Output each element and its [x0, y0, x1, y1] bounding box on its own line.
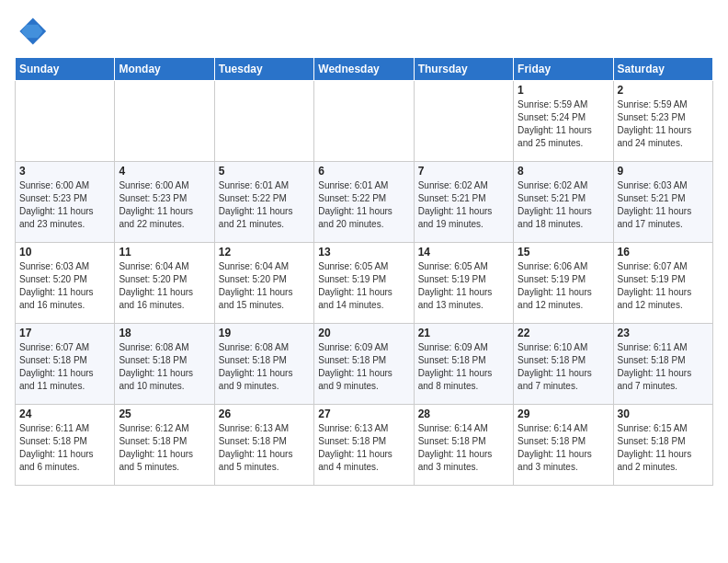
calendar-cell: 7Sunrise: 6:02 AM Sunset: 5:21 PM Daylig…: [414, 162, 513, 243]
calendar-cell: 18Sunrise: 6:08 AM Sunset: 5:18 PM Dayli…: [115, 324, 214, 405]
calendar-cell: [115, 81, 214, 162]
calendar-cell: 29Sunrise: 6:14 AM Sunset: 5:18 PM Dayli…: [514, 405, 613, 486]
day-info: Sunrise: 6:02 AM Sunset: 5:21 PM Dayligh…: [518, 179, 609, 231]
calendar-cell: [314, 81, 414, 162]
day-number: 2: [618, 84, 709, 97]
day-number: 17: [19, 327, 110, 339]
header: [15, 15, 713, 48]
day-number: 1: [518, 84, 609, 97]
calendar-header-tuesday: Tuesday: [214, 58, 313, 81]
calendar-header-saturday: Saturday: [613, 58, 712, 81]
day-number: 21: [418, 327, 509, 339]
calendar-cell: 20Sunrise: 6:09 AM Sunset: 5:18 PM Dayli…: [314, 324, 414, 405]
calendar-cell: 24Sunrise: 6:11 AM Sunset: 5:18 PM Dayli…: [16, 405, 115, 486]
day-number: 18: [119, 327, 210, 339]
day-number: 13: [318, 246, 409, 259]
day-info: Sunrise: 6:07 AM Sunset: 5:19 PM Dayligh…: [618, 260, 709, 312]
day-info: Sunrise: 6:09 AM Sunset: 5:18 PM Dayligh…: [418, 341, 509, 393]
day-info: Sunrise: 6:13 AM Sunset: 5:18 PM Dayligh…: [318, 422, 409, 474]
day-number: 20: [318, 327, 409, 339]
calendar-header-sunday: Sunday: [16, 58, 115, 81]
day-info: Sunrise: 6:10 AM Sunset: 5:18 PM Dayligh…: [518, 341, 609, 393]
day-info: Sunrise: 6:05 AM Sunset: 5:19 PM Dayligh…: [318, 260, 409, 312]
calendar-cell: 30Sunrise: 6:15 AM Sunset: 5:18 PM Dayli…: [613, 405, 712, 486]
calendar-cell: 21Sunrise: 6:09 AM Sunset: 5:18 PM Dayli…: [414, 324, 513, 405]
calendar-cell: 26Sunrise: 6:13 AM Sunset: 5:18 PM Dayli…: [214, 405, 313, 486]
logo-icon: [15, 15, 48, 48]
day-number: 12: [219, 246, 310, 259]
day-info: Sunrise: 6:12 AM Sunset: 5:18 PM Dayligh…: [119, 422, 210, 474]
calendar-cell: 8Sunrise: 6:02 AM Sunset: 5:21 PM Daylig…: [514, 162, 613, 243]
calendar-header-wednesday: Wednesday: [314, 58, 414, 81]
day-info: Sunrise: 6:03 AM Sunset: 5:21 PM Dayligh…: [618, 179, 709, 231]
day-number: 7: [418, 165, 509, 178]
calendar-cell: 13Sunrise: 6:05 AM Sunset: 5:19 PM Dayli…: [314, 243, 414, 324]
day-number: 24: [19, 408, 110, 420]
day-info: Sunrise: 6:00 AM Sunset: 5:23 PM Dayligh…: [19, 179, 110, 231]
day-info: Sunrise: 6:08 AM Sunset: 5:18 PM Dayligh…: [219, 341, 310, 393]
calendar-cell: 16Sunrise: 6:07 AM Sunset: 5:19 PM Dayli…: [613, 243, 712, 324]
day-number: 28: [418, 408, 509, 420]
day-info: Sunrise: 6:01 AM Sunset: 5:22 PM Dayligh…: [219, 179, 310, 231]
calendar-cell: [214, 81, 313, 162]
day-info: Sunrise: 6:11 AM Sunset: 5:18 PM Dayligh…: [19, 422, 110, 474]
page: SundayMondayTuesdayWednesdayThursdayFrid…: [0, 0, 728, 563]
day-info: Sunrise: 6:01 AM Sunset: 5:22 PM Dayligh…: [318, 179, 409, 231]
day-info: Sunrise: 6:14 AM Sunset: 5:18 PM Dayligh…: [518, 422, 609, 474]
day-number: 5: [219, 165, 310, 178]
day-number: 30: [618, 408, 709, 420]
calendar-week-3: 10Sunrise: 6:03 AM Sunset: 5:20 PM Dayli…: [16, 243, 713, 324]
calendar-cell: 17Sunrise: 6:07 AM Sunset: 5:18 PM Dayli…: [16, 324, 115, 405]
day-number: 19: [219, 327, 310, 339]
day-number: 22: [518, 327, 609, 339]
calendar-cell: [16, 81, 115, 162]
day-info: Sunrise: 6:00 AM Sunset: 5:23 PM Dayligh…: [119, 179, 210, 231]
calendar-cell: 22Sunrise: 6:10 AM Sunset: 5:18 PM Dayli…: [514, 324, 613, 405]
calendar-cell: 27Sunrise: 6:13 AM Sunset: 5:18 PM Dayli…: [314, 405, 414, 486]
day-info: Sunrise: 5:59 AM Sunset: 5:23 PM Dayligh…: [618, 98, 709, 150]
calendar-cell: 25Sunrise: 6:12 AM Sunset: 5:18 PM Dayli…: [115, 405, 214, 486]
day-number: 14: [418, 246, 509, 259]
calendar-header-friday: Friday: [514, 58, 613, 81]
calendar-cell: 9Sunrise: 6:03 AM Sunset: 5:21 PM Daylig…: [613, 162, 712, 243]
day-info: Sunrise: 6:02 AM Sunset: 5:21 PM Dayligh…: [418, 179, 509, 231]
day-number: 23: [618, 327, 709, 339]
day-info: Sunrise: 6:13 AM Sunset: 5:18 PM Dayligh…: [219, 422, 310, 474]
day-number: 15: [518, 246, 609, 259]
calendar-cell: 6Sunrise: 6:01 AM Sunset: 5:22 PM Daylig…: [314, 162, 414, 243]
day-info: Sunrise: 6:08 AM Sunset: 5:18 PM Dayligh…: [119, 341, 210, 393]
calendar-cell: 12Sunrise: 6:04 AM Sunset: 5:20 PM Dayli…: [214, 243, 313, 324]
calendar-cell: 10Sunrise: 6:03 AM Sunset: 5:20 PM Dayli…: [16, 243, 115, 324]
calendar-cell: 4Sunrise: 6:00 AM Sunset: 5:23 PM Daylig…: [115, 162, 214, 243]
calendar-cell: 5Sunrise: 6:01 AM Sunset: 5:22 PM Daylig…: [214, 162, 313, 243]
day-info: Sunrise: 6:07 AM Sunset: 5:18 PM Dayligh…: [19, 341, 110, 393]
calendar-cell: 2Sunrise: 5:59 AM Sunset: 5:23 PM Daylig…: [613, 81, 712, 162]
day-info: Sunrise: 5:59 AM Sunset: 5:24 PM Dayligh…: [518, 98, 609, 150]
logo: [15, 15, 51, 48]
calendar: SundayMondayTuesdayWednesdayThursdayFrid…: [15, 57, 713, 486]
day-info: Sunrise: 6:04 AM Sunset: 5:20 PM Dayligh…: [219, 260, 310, 312]
calendar-header-row: SundayMondayTuesdayWednesdayThursdayFrid…: [16, 58, 713, 81]
calendar-cell: 28Sunrise: 6:14 AM Sunset: 5:18 PM Dayli…: [414, 405, 513, 486]
calendar-header-monday: Monday: [115, 58, 214, 81]
day-number: 4: [119, 165, 210, 178]
calendar-cell: 15Sunrise: 6:06 AM Sunset: 5:19 PM Dayli…: [514, 243, 613, 324]
calendar-cell: 1Sunrise: 5:59 AM Sunset: 5:24 PM Daylig…: [514, 81, 613, 162]
day-info: Sunrise: 6:09 AM Sunset: 5:18 PM Dayligh…: [318, 341, 409, 393]
day-info: Sunrise: 6:11 AM Sunset: 5:18 PM Dayligh…: [618, 341, 709, 393]
day-number: 3: [19, 165, 110, 178]
calendar-week-2: 3Sunrise: 6:00 AM Sunset: 5:23 PM Daylig…: [16, 162, 713, 243]
calendar-week-1: 1Sunrise: 5:59 AM Sunset: 5:24 PM Daylig…: [16, 81, 713, 162]
day-number: 9: [618, 165, 709, 178]
day-info: Sunrise: 6:14 AM Sunset: 5:18 PM Dayligh…: [418, 422, 509, 474]
day-number: 11: [119, 246, 210, 259]
day-number: 27: [318, 408, 409, 420]
calendar-cell: 23Sunrise: 6:11 AM Sunset: 5:18 PM Dayli…: [613, 324, 712, 405]
day-info: Sunrise: 6:05 AM Sunset: 5:19 PM Dayligh…: [418, 260, 509, 312]
calendar-cell: 11Sunrise: 6:04 AM Sunset: 5:20 PM Dayli…: [115, 243, 214, 324]
day-number: 10: [19, 246, 110, 259]
calendar-header-thursday: Thursday: [414, 58, 513, 81]
day-info: Sunrise: 6:04 AM Sunset: 5:20 PM Dayligh…: [119, 260, 210, 312]
calendar-cell: 3Sunrise: 6:00 AM Sunset: 5:23 PM Daylig…: [16, 162, 115, 243]
calendar-cell: 19Sunrise: 6:08 AM Sunset: 5:18 PM Dayli…: [214, 324, 313, 405]
